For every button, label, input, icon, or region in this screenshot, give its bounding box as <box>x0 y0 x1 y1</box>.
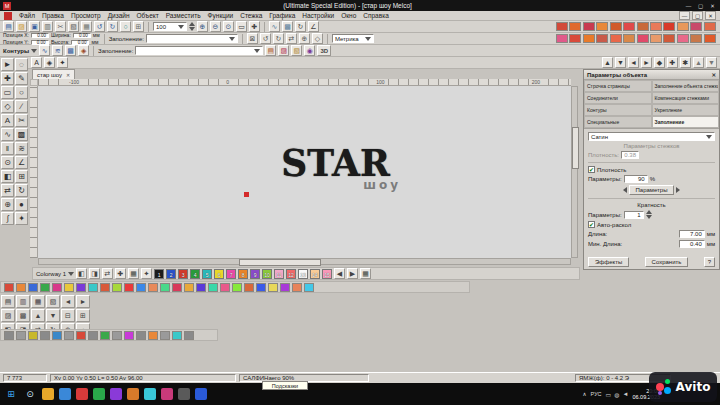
stitch-pattern-swatch[interactable] <box>610 22 622 31</box>
menu-item[interactable]: Настройки <box>302 12 334 19</box>
style-swatch[interactable] <box>172 283 182 292</box>
group-icon[interactable]: ✚ <box>667 57 678 68</box>
polygon-tool[interactable]: ◇ <box>1 100 14 113</box>
undo-icon[interactable]: ↺ <box>94 21 105 32</box>
menu-item[interactable]: Функции <box>208 12 234 19</box>
effects-button[interactable]: Эффекты <box>588 257 629 267</box>
fill-stitch-icon[interactable]: ▩ <box>65 45 76 56</box>
stitch-pattern-swatch[interactable] <box>556 22 568 31</box>
stitch-pattern-swatch[interactable] <box>704 34 716 43</box>
embroidery-design[interactable]: STAR шоу <box>248 146 423 192</box>
style-swatch[interactable] <box>220 283 230 292</box>
swap-colors-icon[interactable]: ⇄ <box>102 268 113 279</box>
min-length-field[interactable]: 0.40 <box>679 240 705 248</box>
machine-icon[interactable] <box>184 331 194 340</box>
style-swatch[interactable] <box>148 283 158 292</box>
chevron-down-icon[interactable] <box>31 49 37 53</box>
color-swatch[interactable]: 6 <box>214 269 224 279</box>
density-checkbox[interactable]: ✔ <box>588 166 595 173</box>
hoop-icon[interactable]: ○ <box>120 21 131 32</box>
machine-icon[interactable] <box>40 331 50 340</box>
thread-chart-icon[interactable]: ◧ <box>76 268 87 279</box>
panel-tab[interactable]: Соединители <box>584 92 652 104</box>
machine-icon[interactable] <box>124 331 134 340</box>
machine-icon[interactable] <box>4 331 14 340</box>
stitch-pattern-swatch[interactable] <box>596 22 608 31</box>
doc-restore-button[interactable]: ▢ <box>692 11 703 20</box>
scale-icon[interactable]: ◇ <box>312 33 323 44</box>
split-view-icon[interactable]: ⊟ <box>61 309 75 322</box>
length-field[interactable]: 7.00 <box>679 230 705 238</box>
position-y-field[interactable]: 0.00 <box>31 40 49 45</box>
color-swatch[interactable]: 13 <box>298 269 308 279</box>
taskbar-app-icon[interactable] <box>59 388 71 400</box>
fill-pattern-combobox[interactable] <box>135 46 263 55</box>
design-info-icon[interactable]: ▥ <box>16 295 30 308</box>
color-swatch[interactable]: 10 <box>262 269 272 279</box>
machine-icon[interactable] <box>172 331 182 340</box>
maximize-button[interactable]: ▢ <box>696 2 705 10</box>
style-swatch[interactable] <box>76 283 86 292</box>
stitch-pattern-swatch[interactable] <box>569 22 581 31</box>
copy-icon[interactable]: ▧ <box>68 21 79 32</box>
help-button[interactable]: ? <box>704 257 715 267</box>
color-swatch[interactable]: 2 <box>166 269 176 279</box>
measure-tool[interactable]: ∠ <box>15 156 28 169</box>
stitch-pattern-swatch[interactable] <box>650 34 662 43</box>
color-swatch[interactable]: 9 <box>250 269 260 279</box>
zoom-tool[interactable]: ⊙ <box>1 156 14 169</box>
color-fill-tool[interactable]: ◧ <box>1 170 14 183</box>
machine-icon[interactable] <box>28 331 38 340</box>
style-swatch[interactable] <box>28 283 38 292</box>
search-icon[interactable]: ⊙ <box>23 387 37 401</box>
fill-combobox[interactable] <box>146 34 238 43</box>
panel-tab[interactable]: Заполнение <box>652 116 720 128</box>
spinner-up-icon[interactable] <box>646 210 652 214</box>
menu-item[interactable]: Разместить <box>166 12 201 19</box>
running-stitch-icon[interactable]: ∿ <box>39 45 50 56</box>
height-field[interactable]: 0.00 <box>71 40 89 45</box>
symbol-icon[interactable]: ✦ <box>57 57 68 68</box>
pattern-1-icon[interactable]: ▤ <box>265 45 276 56</box>
menu-item[interactable]: Объект <box>137 12 159 19</box>
panel-close-icon[interactable]: ✕ <box>711 72 716 78</box>
stepper-left-icon[interactable] <box>623 187 627 193</box>
machine-icon[interactable] <box>100 331 110 340</box>
align-bottom-icon[interactable]: ▼ <box>615 57 626 68</box>
menu-item[interactable]: Просмотр <box>71 12 101 19</box>
walk-stitch-tool[interactable]: ∿ <box>1 128 14 141</box>
tab-close-icon[interactable]: ✕ <box>66 72 70 78</box>
scrollbar-thumb[interactable] <box>572 127 579 169</box>
style-swatch[interactable] <box>112 283 122 292</box>
style-swatch[interactable] <box>256 283 266 292</box>
show-stitches-icon[interactable]: ∿ <box>269 21 280 32</box>
satin-stitch-icon[interactable]: ≋ <box>52 45 63 56</box>
panel-tab[interactable]: Строчка страницы <box>584 80 652 92</box>
style-swatch[interactable] <box>208 283 218 292</box>
lettering-icon[interactable]: A <box>31 57 42 68</box>
taskbar-app-icon[interactable] <box>76 388 88 400</box>
doc-close-button[interactable]: ✕ <box>705 11 716 20</box>
zoom-stepper[interactable] <box>189 22 195 31</box>
merge-icon[interactable]: ⊞ <box>76 309 90 322</box>
show-3d-icon[interactable]: ▩ <box>282 21 293 32</box>
stitch-type-combobox[interactable]: Сатин <box>588 132 715 141</box>
color-swatch[interactable]: 7 <box>226 269 236 279</box>
style-swatch[interactable] <box>232 283 242 292</box>
pan-icon[interactable]: ✚ <box>249 21 260 32</box>
stitch-pattern-swatch[interactable] <box>623 34 635 43</box>
taskbar-app-icon[interactable] <box>93 388 105 400</box>
rotate-tool[interactable]: ↻ <box>15 184 28 197</box>
design-canvas[interactable]: STAR шоу <box>38 86 571 258</box>
menu-item[interactable]: Файл <box>19 12 35 19</box>
edit-vertex-tool[interactable]: ✎ <box>15 72 28 85</box>
slow-redraw-icon[interactable]: ▧ <box>46 295 60 308</box>
new-design-icon[interactable]: ▤ <box>3 21 14 32</box>
stitch-pattern-swatch[interactable] <box>556 34 568 43</box>
stitch-pattern-swatch[interactable] <box>663 22 675 31</box>
rotate-left-icon[interactable]: ↺ <box>260 33 271 44</box>
pattern-3-icon[interactable]: ▧ <box>291 45 302 56</box>
measure-icon[interactable]: ∠ <box>308 21 319 32</box>
zoom-in-icon[interactable]: ⊕ <box>197 21 208 32</box>
more-colors-icon[interactable]: ▦ <box>360 268 371 279</box>
